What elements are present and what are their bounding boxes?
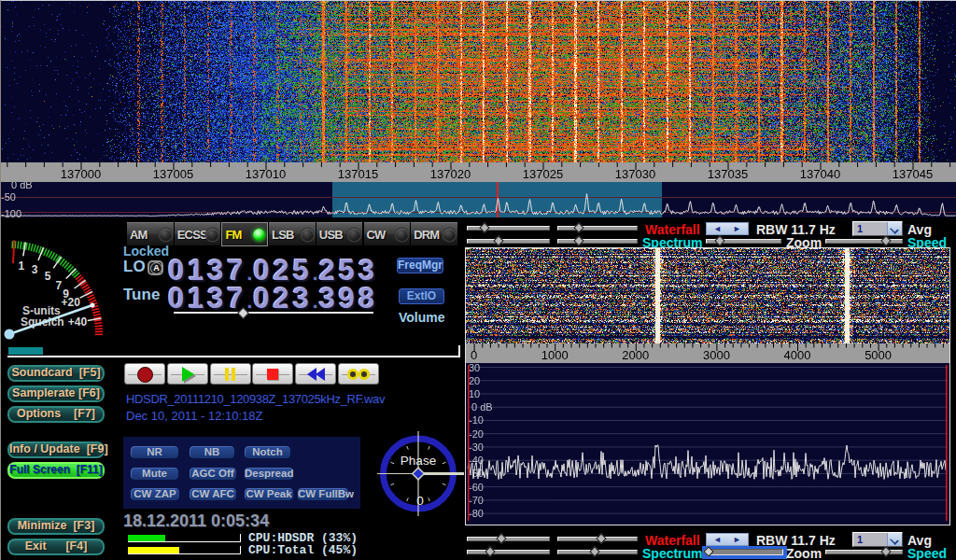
svg-text:7: 7 xyxy=(56,279,63,292)
svg-text:0: 0 xyxy=(416,494,424,508)
svg-text:Phase: Phase xyxy=(401,454,436,468)
svg-text:3: 3 xyxy=(32,263,38,276)
svg-text:1: 1 xyxy=(18,259,24,273)
svg-text:+20: +20 xyxy=(62,296,81,309)
svg-text:5: 5 xyxy=(45,270,51,283)
svg-text:+40: +40 xyxy=(68,315,88,329)
